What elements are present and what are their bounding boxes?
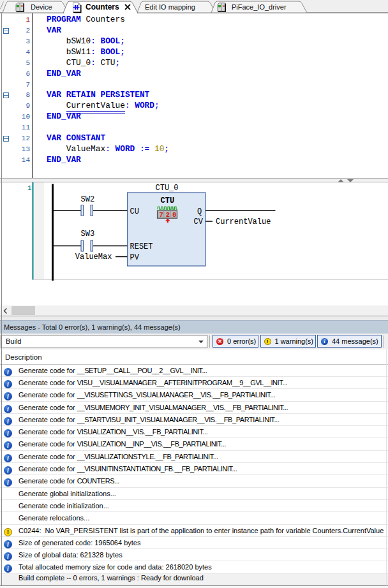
svg-text:CurrentValue: CurrentValue [216,217,271,226]
svg-text:Device: Device [31,3,52,11]
svg-text:SW2: SW2 [81,195,95,204]
svg-text:728: 728 [160,211,179,219]
svg-text:RESET: RESET [130,242,153,251]
svg-text:PV: PV [130,253,140,262]
svg-text:CTU: CTU [161,196,175,205]
svg-text:Edit IO mapping: Edit IO mapping [145,3,195,11]
svg-text:Counters: Counters [86,3,119,11]
svg-text:ValueMax: ValueMax [75,253,112,261]
svg-text:SW3: SW3 [81,230,95,239]
svg-text:CV: CV [194,217,204,226]
svg-text:Q: Q [197,207,202,216]
svg-text:1: 1 [27,184,32,192]
svg-text:CU: CU [130,207,139,216]
svg-text:CTU_0: CTU_0 [156,184,179,193]
svg-text:PiFace_IO_driver: PiFace_IO_driver [232,3,287,11]
